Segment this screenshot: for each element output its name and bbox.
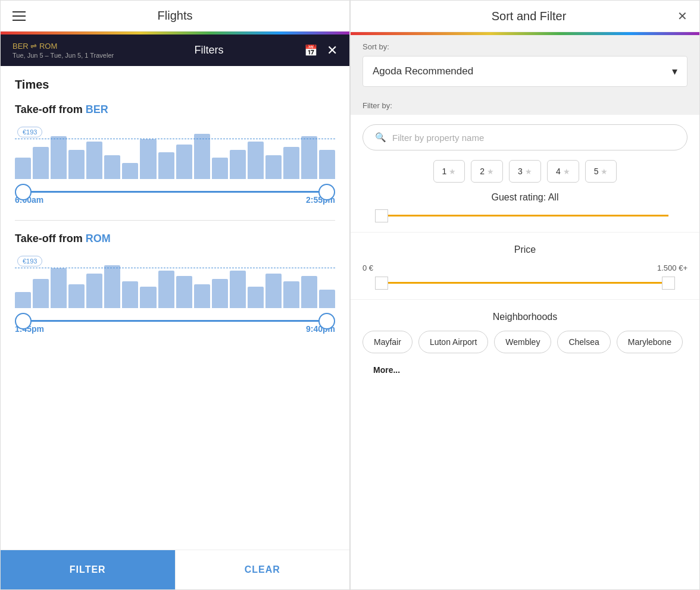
rom-slider[interactable]: 1:45pm 9:40pm	[15, 314, 335, 337]
chart-bar	[248, 142, 264, 179]
close-icon[interactable]: ✕	[677, 9, 688, 23]
filter-by-section: Filter by:	[351, 96, 699, 115]
left-header: Flights	[1, 1, 349, 32]
neighborhoods-label: Neighborhoods	[362, 312, 688, 322]
chart-bar	[158, 271, 174, 308]
rom-label: Take-off from	[15, 233, 83, 244]
ber-slider[interactable]: 6:00am 2:55pm	[15, 185, 335, 208]
date-text: Tue, Jun 5 – Tue, Jun 5, 1 Traveler	[12, 52, 114, 59]
guest-rating-label: Guest rating: All	[362, 192, 688, 203]
neighborhood-chip[interactable]: Luton Airport	[418, 331, 488, 353]
times-title: Times	[15, 78, 335, 92]
guest-rating-thumb-left[interactable]	[375, 209, 388, 222]
price-labels: 0 € 1.500 €+	[362, 263, 688, 272]
chart-bar	[194, 134, 210, 180]
rom-bars	[15, 255, 335, 308]
chart-bar	[265, 274, 282, 309]
ber-slider-thumb-right[interactable]	[318, 184, 335, 200]
chart-bar	[86, 274, 102, 309]
price-thumb-right[interactable]	[662, 277, 675, 290]
filter-by-label: Filter by:	[362, 101, 688, 110]
rom-slider-thumb-left[interactable]	[15, 313, 32, 329]
left-bottom-buttons: FILTER CLEAR	[1, 550, 349, 589]
rom-slider-thumb-right[interactable]	[318, 313, 335, 329]
sort-by-label: Sort by:	[362, 42, 688, 51]
guest-rating-track	[382, 215, 668, 216]
price-label: Price	[362, 244, 688, 255]
price-track	[382, 282, 668, 284]
filters-actions: 📅 ✕	[304, 43, 338, 58]
chart-bar	[301, 276, 317, 308]
rom-price-label: €193	[17, 256, 42, 266]
ber-dashed-line	[15, 139, 335, 139]
chart-bar	[212, 279, 228, 309]
star-number: 4	[556, 167, 561, 176]
close-filters-icon[interactable]: ✕	[327, 43, 338, 58]
chart-bar	[51, 136, 67, 179]
search-box[interactable]: 🔍 Filter by property name	[362, 124, 688, 150]
chart-bar	[248, 287, 264, 308]
chart-bar	[212, 158, 228, 179]
rom-chart: €193	[15, 255, 335, 314]
chart-bar	[122, 281, 138, 308]
ber-slider-thumb-left[interactable]	[15, 184, 32, 200]
search-section: 🔍 Filter by property name	[351, 115, 699, 160]
star-number: 1	[442, 167, 447, 176]
filters-label: Filters	[195, 44, 224, 57]
neighborhood-chip[interactable]: Marylebone	[617, 331, 683, 353]
left-content: Times Take-off from BER €193 6:00am 2:55…	[1, 66, 349, 550]
chart-bar	[122, 163, 138, 179]
chart-bar	[33, 147, 49, 179]
star-number: 2	[480, 167, 485, 176]
star-rating-button[interactable]: 5★	[585, 160, 617, 183]
ber-section-title: Take-off from BER	[15, 103, 335, 116]
filter-button[interactable]: FILTER	[1, 550, 175, 589]
ber-label: Take-off from	[15, 103, 83, 115]
neighborhoods-section: Neighborhoods MayfairLuton AirportWemble…	[351, 299, 699, 393]
price-section: Price 0 € 1.500 €+	[351, 232, 699, 299]
star-rating-button[interactable]: 3★	[509, 160, 541, 183]
hamburger-icon[interactable]	[12, 11, 26, 21]
chart-bar	[230, 150, 246, 180]
ber-bars	[15, 125, 335, 179]
sort-filter-title: Sort and Filter	[380, 10, 677, 23]
rom-slider-labels: 1:45pm 9:40pm	[15, 324, 335, 334]
neighborhood-chip[interactable]: Wembley	[494, 331, 551, 353]
route-text: BER ⇌ ROM	[12, 42, 114, 51]
star-icon: ★	[563, 167, 570, 176]
ber-slider-track	[23, 191, 327, 193]
chart-bar	[104, 265, 120, 308]
star-rating-button[interactable]: 4★	[547, 160, 579, 183]
neighborhood-chip[interactable]: Mayfair	[362, 331, 412, 353]
guest-rating-section: Guest rating: All	[351, 192, 699, 232]
price-thumb-left[interactable]	[375, 277, 388, 290]
search-icon: 🔍	[375, 132, 386, 143]
rom-slider-track	[23, 320, 327, 322]
calendar-icon[interactable]: 📅	[304, 44, 317, 57]
right-header: Sort and Filter ✕	[351, 1, 699, 32]
flight-info: BER ⇌ ROM Tue, Jun 5 – Tue, Jun 5, 1 Tra…	[12, 42, 114, 59]
left-panel: Flights BER ⇌ ROM Tue, Jun 5 – Tue, Jun …	[0, 0, 350, 590]
neighborhood-chip[interactable]: More...	[362, 359, 411, 381]
filters-bar: BER ⇌ ROM Tue, Jun 5 – Tue, Jun 5, 1 Tra…	[1, 34, 349, 66]
search-placeholder: Filter by property name	[392, 133, 484, 143]
chart-bar	[86, 142, 102, 179]
clear-button[interactable]: CLEAR	[175, 550, 350, 589]
chart-bar	[33, 279, 49, 309]
chart-bar	[140, 139, 156, 180]
rom-dashed-line	[15, 268, 335, 268]
price-min: 0 €	[362, 263, 373, 272]
star-rating-button[interactable]: 1★	[433, 160, 465, 183]
neighborhood-chip[interactable]: Chelsea	[557, 331, 610, 353]
chevron-down-icon: ▾	[672, 65, 677, 78]
chart-bar	[230, 271, 246, 308]
star-icon: ★	[525, 167, 532, 176]
chart-bar	[140, 287, 156, 308]
flights-title: Flights	[158, 9, 193, 23]
ber-airport: BER	[86, 103, 108, 115]
chart-bar	[265, 155, 282, 180]
star-number: 3	[518, 167, 523, 176]
sort-dropdown[interactable]: Agoda Recommended ▾	[362, 56, 688, 87]
star-rating-button[interactable]: 2★	[471, 160, 503, 183]
rom-airport: ROM	[86, 233, 111, 244]
